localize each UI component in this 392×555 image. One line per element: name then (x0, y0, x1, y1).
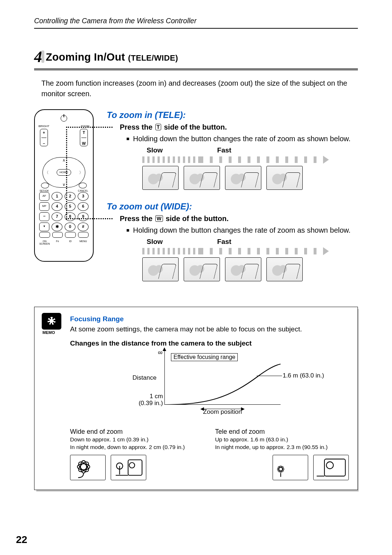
slow-label: Slow (147, 146, 163, 154)
right-arrow-icon: 〉 (79, 170, 83, 175)
end-thumbnails (70, 455, 349, 480)
wide-press-line: Press the W side of the button. (120, 215, 358, 223)
section-rule (34, 69, 358, 71)
minus-icon: – (40, 141, 48, 146)
fast-label: Fast (217, 238, 231, 246)
key-4: 4 (52, 202, 62, 211)
memo-paragraph-1: At some zoom settings, the camera may no… (70, 325, 349, 334)
step-title-main: Zooming In/Out (46, 51, 125, 63)
power-icon (61, 115, 67, 122)
text: side of the button. (164, 215, 229, 223)
text: 1 cm (150, 393, 163, 400)
infinity-label: ∞ (158, 349, 163, 356)
tele-hold-note: Holding down the button changes the rate… (134, 134, 358, 144)
zoom-sample-icon (225, 166, 261, 190)
wide-speed-labels: Slow Fast (147, 238, 358, 246)
remote-illustration: BRIGHT ZOOM + – T W HOME ∧ ∨ 〈 〉 (34, 109, 94, 262)
camera-near-icon (313, 455, 349, 480)
zoom-sample-icon (266, 166, 303, 190)
home-button-icon: HOME (57, 169, 71, 176)
svg-point-13 (326, 462, 333, 469)
up-arrow-icon: ∧ (62, 158, 65, 163)
text: Press the (120, 215, 155, 223)
zoom-end-notes: Wide end of zoom Down to approx. 1 cm (0… (70, 427, 349, 451)
zoom-sample-icon (142, 257, 179, 281)
intro-paragraph: The zoom function increases (zoom in) an… (41, 78, 358, 99)
af-tag: AF (39, 192, 49, 201)
key-hash: # (78, 223, 89, 231)
wide-end-col: Wide end of zoom Down to approx. 1 cm (0… (70, 427, 204, 451)
memo-label: MEMO (42, 330, 55, 335)
step-number: 4 (34, 49, 42, 65)
t-keycap-icon: T (155, 124, 162, 130)
key-9: 9 (78, 212, 89, 221)
wide-end-line-1: Down to approx. 1 cm (0.39 in.) (70, 436, 204, 444)
inf-tag: ∞ (39, 212, 49, 221)
onecm-tick-label: 1 cm (0.39 in.) (134, 393, 163, 407)
memo-box: MEMO Focusing Range At some zoom setting… (34, 307, 358, 490)
text: Press the (120, 123, 155, 131)
keypad: AF 1 2 3 MF 4 5 6 ∞ 7 8 9 ▼ ✱ 0 # (39, 192, 89, 231)
left-arrow-icon: 〈 (45, 170, 49, 175)
plus-icon: + (40, 130, 48, 135)
effective-range-label: Effective focusing range (171, 353, 238, 361)
setok-label: SET/OK (40, 189, 49, 192)
id-label: ID (65, 240, 76, 245)
camera-far-icon (111, 455, 146, 480)
cancel-label: CANCEL (78, 189, 88, 192)
callout-line-icon (66, 218, 113, 219)
wide-end-title: Wide end of zoom (70, 427, 204, 436)
zoom-sample-icon (142, 166, 179, 190)
onscreen-label: ON SCREEN (39, 240, 50, 245)
tele-end-col: Tele end of zoom Up to approx. 1.6 m (63… (215, 427, 349, 451)
bright-rocker: + – (40, 129, 48, 146)
key-1: 1 (52, 192, 62, 201)
key-3: 3 (78, 192, 89, 201)
key-6: 6 (78, 202, 89, 211)
down-arrow-icon: ∨ (62, 182, 65, 187)
fn-label: Fn (52, 240, 63, 245)
text: side of the button. (162, 123, 227, 131)
wide-hold-note: Holding down the button changes the rate… (134, 225, 358, 236)
page-number: 22 (16, 534, 27, 546)
zoom-sample-icon (225, 257, 261, 281)
tele-end-title: Tele end of zoom (215, 427, 349, 436)
zoom-sample-icon (184, 257, 220, 281)
wide-thumbnails (142, 257, 358, 281)
step-title-sub: (TELE/WIDE) (128, 53, 178, 62)
tele-end-line-1: Up to approx. 1.6 m (63.0 in.) (215, 436, 349, 444)
tele-thumbnails (142, 166, 358, 190)
key-0: 0 (65, 223, 75, 231)
bright-label: BRIGHT (38, 125, 49, 128)
flower-small-icon (273, 455, 308, 480)
wide-heading: To zoom out (WIDE): (107, 201, 358, 212)
bottom-buttons: ON SCREEN Fn ID MENU (39, 232, 89, 245)
step-title: Zooming In/Out (TELE/WIDE) (46, 51, 178, 63)
text: (0.39 in.) (139, 400, 163, 407)
down-tag: ▼ (39, 223, 49, 231)
wide-end-line-2: In night mode, down to approx. 2 cm (0.7… (70, 444, 204, 451)
zoom-sample-icon (266, 257, 303, 281)
tele-end-line-2: In night mode, up to approx. 2.3 m (90.5… (215, 444, 349, 451)
dpad: HOME ∧ ∨ 〈 〉 SET/OK CANCEL (42, 157, 85, 188)
zoom-position-label: Zoom position (203, 408, 242, 416)
slow-label: Slow (147, 238, 163, 246)
memo-lightbulb-icon (42, 313, 61, 330)
tele-key-icon: T (80, 130, 87, 135)
wide-key-icon: W (80, 141, 87, 146)
tele-speed-bar-icon (142, 156, 324, 163)
memo-heading-2: Changes in the distance from the camera … (70, 339, 349, 347)
focus-range-chart: ∞ Effective focusing range Distance 1.6 … (70, 350, 349, 423)
tele-speed-labels: Slow Fast (147, 146, 358, 154)
tele-heading: To zoom in (TELE): (107, 110, 358, 120)
wide-speed-bar-icon (142, 248, 324, 254)
memo-heading-1: Focusing Range (70, 315, 349, 323)
flower-closeup-icon (70, 455, 106, 480)
mf-tag: MF (39, 202, 49, 211)
callout-line-icon (66, 127, 67, 220)
zoom-sample-icon (184, 166, 220, 190)
key-star: ✱ (52, 223, 62, 231)
menu-label: MENU (78, 240, 89, 245)
key-7: 7 (52, 212, 62, 221)
zoom-rocker: T W (80, 129, 88, 146)
